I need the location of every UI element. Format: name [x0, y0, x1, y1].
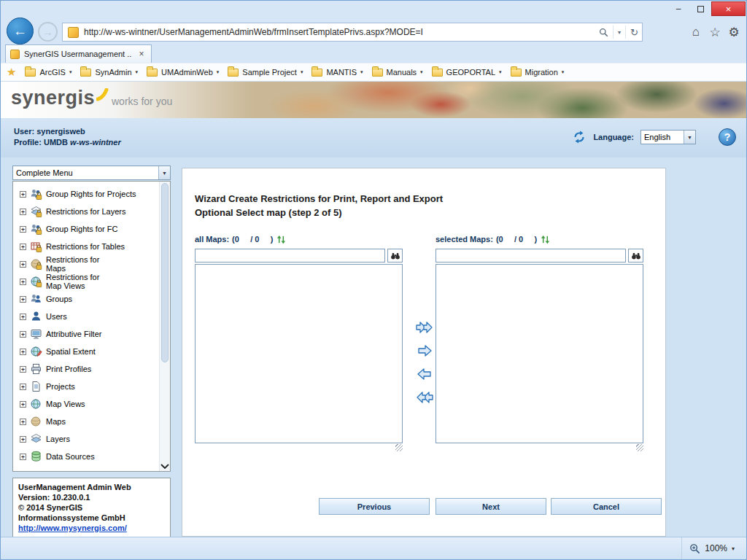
tree-item-group-rights-projects[interactable]: +Group Rights for Projects [20, 185, 158, 203]
tree-item-groups[interactable]: +Groups [20, 290, 158, 308]
close-button[interactable]: × [711, 1, 746, 16]
sidebar: Complete Menu ▼ +Group Rights for Projec… [12, 166, 171, 537]
expand-icon[interactable]: + [20, 209, 26, 215]
favorites-star-icon[interactable]: ☆ [705, 23, 724, 42]
tree-item-label: Projects [46, 382, 75, 391]
move-all-left-button[interactable] [416, 390, 433, 405]
address-bar[interactable]: http://w-ws-wintner/UserManagementAdminW… [62, 23, 643, 42]
back-button[interactable]: ← [7, 18, 34, 44]
resize-handle[interactable] [636, 444, 643, 451]
favorites-bar-item[interactable]: GEOPORTAL▾ [429, 66, 508, 78]
move-all-right-button[interactable] [416, 320, 433, 335]
reload-list-icon[interactable] [276, 234, 287, 245]
double-arrow-right-icon [416, 320, 433, 335]
tree-item-restrictions-layers[interactable]: +Restrictions for Layers [20, 203, 158, 220]
reload-list-icon[interactable] [540, 234, 551, 245]
tree-item-print-profiles[interactable]: +Print Profiles [20, 360, 158, 378]
expand-icon[interactable]: + [20, 384, 26, 390]
tab-close-icon[interactable]: × [136, 49, 147, 59]
tree-item-maps[interactable]: +Maps [20, 413, 158, 430]
expand-icon[interactable]: + [20, 261, 26, 268]
sync-icon[interactable] [572, 130, 587, 144]
autocomplete-caret-icon[interactable]: ▾ [618, 29, 621, 36]
scrollbar-thumb[interactable] [161, 183, 169, 362]
all-maps-filter-input[interactable] [195, 249, 385, 262]
zoom-control[interactable]: 100% ▾ [681, 537, 742, 559]
all-maps-search-button[interactable] [387, 249, 403, 262]
about-link[interactable]: http://www.mysynergis.com/ [18, 523, 165, 533]
tree-item-spatial-extent[interactable]: +Spatial Extent [20, 343, 158, 360]
expand-icon[interactable]: + [20, 226, 26, 233]
window-titlebar: – × [1, 1, 746, 20]
settings-gear-icon[interactable]: ⚙ [724, 23, 743, 42]
tree-item-restrictions-map-views[interactable]: +Restrictions for Map Views [20, 273, 158, 290]
status-bar: 100% ▾ [1, 537, 746, 559]
selected-maps-listbox[interactable] [436, 264, 643, 443]
search-icon[interactable] [599, 28, 608, 37]
favorites-bar-item[interactable]: UMAdminWeb▾ [144, 66, 225, 78]
favorites-bar-item[interactable]: Manuals▾ [369, 66, 429, 78]
move-right-button[interactable] [416, 343, 433, 359]
browser-toolbar: ⌂ ☆ ⚙ [686, 23, 743, 42]
forward-arrow-icon: → [43, 26, 53, 38]
tree-item-map-views[interactable]: +Map Views [20, 395, 158, 413]
tree-item-attributive-filter[interactable]: +Attributive Filter [20, 325, 158, 343]
maximize-button[interactable] [689, 1, 711, 16]
tree-item-restrictions-tables[interactable]: +Restrictions for Tables [20, 238, 158, 255]
expand-icon[interactable]: + [20, 331, 26, 338]
expand-icon[interactable]: + [20, 454, 26, 460]
forward-button[interactable]: → [38, 22, 58, 42]
tree-item-data-sources[interactable]: +Data Sources [20, 448, 158, 465]
favorites-bar-item[interactable]: Sample Project▾ [225, 66, 309, 78]
selected-maps-filter-input[interactable] [436, 249, 626, 262]
folder-icon [372, 69, 383, 77]
binoculars-icon [390, 251, 400, 261]
selected-maps-search-button[interactable] [628, 249, 643, 262]
tree-item-layers[interactable]: +Layers [20, 430, 158, 448]
browser-tab[interactable]: SynerGIS Usermanagement ... × [5, 44, 152, 63]
expand-icon[interactable]: + [20, 401, 26, 408]
profile-prefix: UMDB [44, 138, 68, 147]
expand-icon[interactable]: + [20, 244, 26, 250]
language-label: Language: [593, 133, 634, 141]
tree-item-projects[interactable]: +Projects [20, 378, 158, 395]
chevron-down-icon: ▾ [360, 69, 363, 75]
minimize-button[interactable]: – [667, 1, 689, 16]
expand-icon[interactable]: + [20, 366, 26, 373]
tree-item-label: Users [46, 312, 67, 321]
previous-button[interactable]: Previous [319, 498, 430, 515]
folder-icon [511, 69, 522, 77]
url-text: http://w-ws-wintner/UserManagementAdminW… [84, 27, 599, 37]
expand-icon[interactable]: + [20, 419, 26, 425]
resize-handle[interactable] [395, 444, 403, 451]
move-left-button[interactable] [416, 367, 433, 382]
next-button[interactable]: Next [436, 498, 546, 515]
tree-item-label: Restrictions for Map Views [46, 273, 99, 290]
expand-icon[interactable]: + [20, 191, 26, 198]
language-select[interactable]: English ▼ [640, 130, 696, 144]
favorites-bar-item[interactable]: SynAdmin▾ [77, 66, 144, 78]
tree-item-users[interactable]: +Users [20, 308, 158, 325]
add-favorite-star-icon[interactable]: ★ [7, 66, 16, 79]
expand-icon[interactable]: + [20, 314, 26, 320]
tree-item-group-rights-fc[interactable]: +Group Rights for FC [20, 220, 158, 238]
expand-icon[interactable]: + [20, 296, 26, 303]
all-maps-listbox[interactable] [195, 264, 403, 443]
scroll-down-icon[interactable] [160, 464, 169, 469]
menu-mode-select[interactable]: Complete Menu ▼ [12, 166, 171, 180]
help-button[interactable]: ? [719, 128, 736, 146]
tree-item-restrictions-maps[interactable]: +Restrictions for Maps [20, 255, 158, 273]
home-icon[interactable]: ⌂ [686, 23, 705, 42]
favorites-bar-item[interactable]: ArcGIS▾ [22, 66, 77, 78]
folder-icon [147, 69, 158, 77]
expand-icon[interactable]: + [20, 279, 26, 285]
refresh-icon[interactable]: ↻ [630, 27, 638, 38]
cancel-button[interactable]: Cancel [551, 498, 662, 515]
tree-scrollbar[interactable] [159, 182, 170, 471]
favorites-bar-item[interactable]: MANTIS▾ [309, 66, 368, 78]
database-icon [30, 451, 42, 462]
expand-icon[interactable]: + [20, 436, 26, 443]
app-banner: synergis works for you [1, 82, 746, 118]
expand-icon[interactable]: + [20, 349, 26, 355]
favorites-bar-item[interactable]: Migration▾ [508, 66, 570, 78]
